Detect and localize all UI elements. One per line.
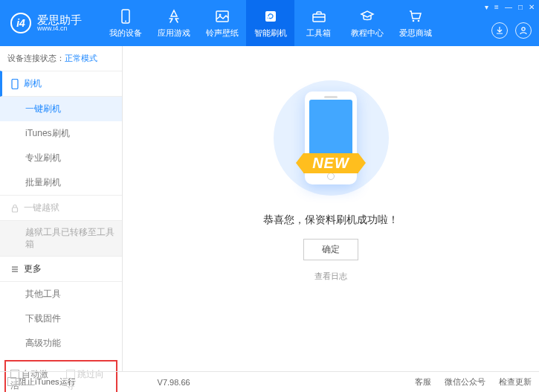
confirm-button[interactable]: 确定 bbox=[303, 239, 358, 260]
image-icon bbox=[214, 8, 230, 25]
checkbox-block-itunes[interactable]: 阻止iTunes运行 bbox=[7, 376, 76, 388]
sidebar-item-jailbreak-migrated: 越狱工具已转移至工具箱 bbox=[0, 221, 122, 256]
toolbox-icon bbox=[311, 8, 327, 25]
nav-toolbox[interactable]: 工具箱 bbox=[294, 0, 343, 46]
success-message: 恭喜您，保资料刷机成功啦！ bbox=[263, 213, 398, 227]
nav-label: 教程中心 bbox=[351, 28, 384, 39]
close-icon[interactable]: ✕ bbox=[529, 3, 535, 11]
footer-wechat[interactable]: 微信公众号 bbox=[445, 376, 485, 388]
svg-point-8 bbox=[522, 28, 525, 30]
nav-my-device[interactable]: 我的设备 bbox=[101, 0, 149, 46]
sidebar-item-batch-flash[interactable]: 批量刷机 bbox=[0, 170, 122, 195]
svg-rect-5 bbox=[313, 14, 325, 22]
sidebar-item-oneclick-flash[interactable]: 一键刷机 bbox=[0, 97, 122, 121]
sidebar-item-advanced[interactable]: 高级功能 bbox=[0, 331, 122, 356]
download-button[interactable] bbox=[491, 22, 508, 39]
success-illustration: NEW bbox=[270, 80, 393, 196]
section-more[interactable]: 更多 bbox=[0, 256, 122, 282]
refresh-icon bbox=[262, 8, 279, 25]
footer-update[interactable]: 检查更新 bbox=[499, 376, 532, 388]
nav-label: 工具箱 bbox=[306, 28, 331, 39]
user-icons bbox=[491, 22, 532, 39]
svg-point-7 bbox=[417, 19, 419, 22]
list-icon bbox=[10, 265, 19, 274]
svg-point-3 bbox=[219, 13, 221, 16]
user-button[interactable] bbox=[515, 22, 532, 39]
minimize-icon[interactable]: — bbox=[505, 3, 512, 11]
lock-icon bbox=[10, 204, 19, 213]
window-controls: ▾ ≡ — □ ✕ bbox=[485, 3, 535, 11]
section-label: 更多 bbox=[24, 263, 42, 275]
menu-icon[interactable]: ▾ bbox=[485, 3, 488, 11]
svg-point-1 bbox=[125, 20, 126, 22]
sidebar-item-itunes-flash[interactable]: iTunes刷机 bbox=[0, 121, 122, 146]
device-status: 设备连接状态：正常模式 bbox=[0, 46, 122, 71]
tray-icon[interactable]: ≡ bbox=[494, 3, 499, 11]
svg-rect-4 bbox=[265, 11, 276, 22]
view-log-link[interactable]: 查看日志 bbox=[314, 271, 347, 282]
app-title: 爱思助手 bbox=[37, 14, 82, 25]
maximize-icon[interactable]: □ bbox=[518, 3, 523, 11]
logo-area: i4 爱思助手 www.i4.cn bbox=[0, 13, 91, 33]
svg-rect-9 bbox=[12, 79, 18, 89]
section-jailbreak[interactable]: 一键越狱 bbox=[0, 195, 122, 221]
status-mode: 正常模式 bbox=[65, 54, 97, 62]
nav-flash[interactable]: 智能刷机 bbox=[246, 0, 294, 46]
sidebar-item-download-firmware[interactable]: 下载固件 bbox=[0, 306, 122, 331]
graduation-icon bbox=[359, 8, 375, 25]
footer-support[interactable]: 客服 bbox=[415, 376, 431, 388]
status-bar: 阻止iTunes运行 V7.98.66 客服 微信公众号 检查更新 bbox=[0, 371, 539, 392]
svg-rect-10 bbox=[13, 208, 18, 212]
appstore-icon bbox=[166, 8, 182, 25]
nav-label: 应用游戏 bbox=[158, 28, 190, 39]
section-flash[interactable]: 刷机 bbox=[0, 71, 122, 97]
app-url: www.i4.cn bbox=[37, 25, 82, 32]
sidebar-item-pro-flash[interactable]: 专业刷机 bbox=[0, 146, 122, 170]
app-header: i4 爱思助手 www.i4.cn 我的设备 应用游戏 铃声壁纸 智能刷机 工具… bbox=[0, 0, 539, 46]
phone-icon bbox=[117, 8, 134, 25]
sidebar-item-other-tools[interactable]: 其他工具 bbox=[0, 282, 122, 306]
cart-icon bbox=[407, 8, 424, 25]
nav-tutorial[interactable]: 教程中心 bbox=[343, 0, 391, 46]
nav-label: 智能刷机 bbox=[254, 28, 287, 39]
sidebar: 设备连接状态：正常模式 刷机 一键刷机 iTunes刷机 专业刷机 批量刷机 一… bbox=[0, 46, 123, 371]
app-logo-icon: i4 bbox=[10, 13, 31, 33]
nav-apps[interactable]: 应用游戏 bbox=[149, 0, 198, 46]
nav-label: 爱思商城 bbox=[399, 28, 432, 39]
nav-ringtone[interactable]: 铃声壁纸 bbox=[198, 0, 246, 46]
section-label: 一键越狱 bbox=[24, 202, 59, 214]
nav-store[interactable]: 爱思商城 bbox=[391, 0, 439, 46]
top-nav: 我的设备 应用游戏 铃声壁纸 智能刷机 工具箱 教程中心 爱思商城 bbox=[101, 0, 439, 46]
nav-label: 铃声壁纸 bbox=[206, 28, 239, 39]
nav-label: 我的设备 bbox=[109, 28, 142, 39]
new-ribbon: NEW bbox=[303, 153, 358, 173]
svg-point-6 bbox=[412, 19, 414, 22]
version-label: V7.98.66 bbox=[158, 378, 190, 387]
section-label: 刷机 bbox=[24, 77, 42, 90]
main-content: NEW 恭喜您，保资料刷机成功啦！ 确定 查看日志 bbox=[123, 46, 539, 371]
phone-small-icon bbox=[10, 79, 19, 89]
